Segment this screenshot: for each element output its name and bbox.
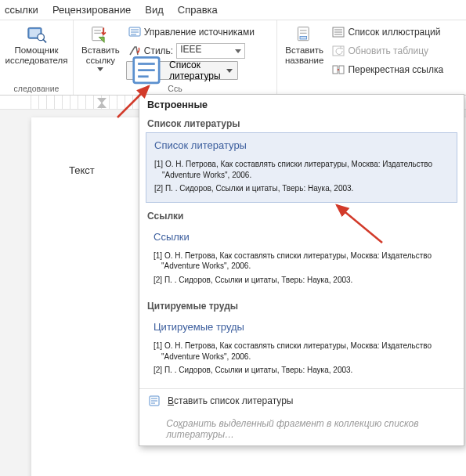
svg-rect-26: [339, 66, 344, 74]
book-magnify-icon: [26, 25, 48, 44]
bibliography-preview[interactable]: Цитируемые труды[1] О. Н. Петрова, Как с…: [146, 315, 457, 384]
cross-ref-button[interactable]: Перекрестная ссылка: [330, 61, 446, 78]
group-research: Помощник исследователя следование: [0, 20, 74, 95]
ribbon: Помощник исследователя следование Встави…: [0, 20, 466, 96]
tab-links[interactable]: ссылки: [5, 4, 38, 16]
preview-entry: [1] О. Н. Петрова, Как составлять списки…: [162, 159, 449, 180]
chevron-down-icon: [97, 67, 103, 71]
preview-entry: [2] П. . Сидоров, Ссылки и цитаты, Тверь…: [161, 275, 450, 286]
svg-rect-25: [333, 66, 338, 74]
ribbon-tabs: ссылки Рецензирование Вид Справка: [0, 0, 466, 20]
insert-citation-label: Вставить ссылку: [81, 45, 120, 66]
update-icon: [332, 45, 345, 57]
insert-caption-label: Вставить название: [285, 45, 323, 66]
chevron-down-icon: [226, 69, 233, 73]
figures-list-label: Список иллюстраций: [348, 27, 440, 38]
bibliography-label: Список литературы: [169, 60, 221, 81]
bibliography-preview[interactable]: Список литературы[1] О. Н. Петрова, Как …: [146, 132, 457, 203]
svg-rect-19: [300, 37, 307, 39]
researcher-button[interactable]: Помощник исследователя: [2, 23, 70, 67]
manage-sources-label: Управление источниками: [144, 27, 255, 38]
cross-ref-icon: [332, 63, 345, 76]
preview-title: Ссылки: [154, 231, 450, 243]
insert-bibliography-label: Вставить список литературы: [168, 395, 293, 406]
tab-help[interactable]: Справка: [178, 4, 218, 16]
group-captions-label: [282, 83, 461, 93]
page-text: Текст: [69, 164, 95, 176]
cross-ref-label: Перекрестная ссылка: [348, 64, 443, 75]
svg-marker-29: [97, 103, 107, 108]
dropdown-category: Ссылки: [139, 207, 464, 223]
figures-list-icon: [332, 26, 345, 38]
bibliography-preview[interactable]: Ссылки[1] О. Н. Петрова, Как составлять …: [146, 225, 457, 294]
manage-sources-button[interactable]: Управление источниками: [126, 23, 257, 41]
update-table-label: Обновить таблицу: [348, 45, 428, 56]
insert-caption-button[interactable]: Вставить название: [282, 23, 327, 67]
dropdown-category: Список литературы: [139, 115, 464, 131]
preview-entry: [2] П. . Сидоров, Ссылки и цитаты, Тверь…: [162, 183, 449, 194]
save-selection-item: Сохранить выделенный фрагмент в коллекци…: [139, 413, 464, 445]
group-citations: Вставить ссылку Управление источниками С…: [74, 20, 277, 95]
insert-citation-button[interactable]: Вставить ссылку: [78, 23, 123, 73]
preview-entry: [1] О. Н. Петрова, Как составлять списки…: [161, 341, 450, 362]
tab-view[interactable]: Вид: [145, 4, 164, 16]
insert-bibliography-item[interactable]: Вставить список литературы: [139, 389, 464, 413]
group-research-label: следование: [5, 83, 68, 93]
svg-line-3: [42, 39, 45, 42]
update-table-button: Обновить таблицу: [330, 42, 446, 60]
figures-list-button[interactable]: Список иллюстраций: [330, 23, 446, 41]
bibliography-dropdown: Встроенные Список литературыСписок литер…: [139, 94, 464, 446]
insert-citation-icon: [89, 25, 111, 44]
caption-icon: [294, 25, 316, 44]
preview-title: Цитируемые труды: [154, 321, 450, 333]
preview-entry: [1] О. Н. Петрова, Как составлять списки…: [161, 251, 450, 272]
dropdown-category: Цитируемые труды: [139, 298, 464, 313]
researcher-label: Помощник исследователя: [5, 45, 67, 66]
style-value: IEEE: [180, 44, 201, 55]
dropdown-builtin-head: Встроенные: [139, 95, 464, 115]
group-citations-label: Ссь: [78, 83, 272, 93]
bibliography-icon: [149, 395, 161, 407]
dropdown-footer: Вставить список литературы Сохранить выд…: [139, 388, 464, 445]
preview-title: Список литературы: [154, 139, 449, 151]
save-selection-label: Сохранить выделенный фрагмент в коллекци…: [166, 418, 454, 440]
tab-review[interactable]: Рецензирование: [52, 4, 131, 16]
group-captions: Вставить название Список иллюстраций Обн…: [277, 20, 466, 95]
style-select[interactable]: IEEE: [176, 43, 245, 59]
indent-marker-icon[interactable]: [97, 103, 107, 109]
bibliography-button[interactable]: Список литературы: [126, 61, 238, 80]
sources-icon: [128, 26, 141, 38]
preview-entry: [2] П. . Сидоров, Ссылки и цитаты, Тверь…: [161, 365, 450, 376]
